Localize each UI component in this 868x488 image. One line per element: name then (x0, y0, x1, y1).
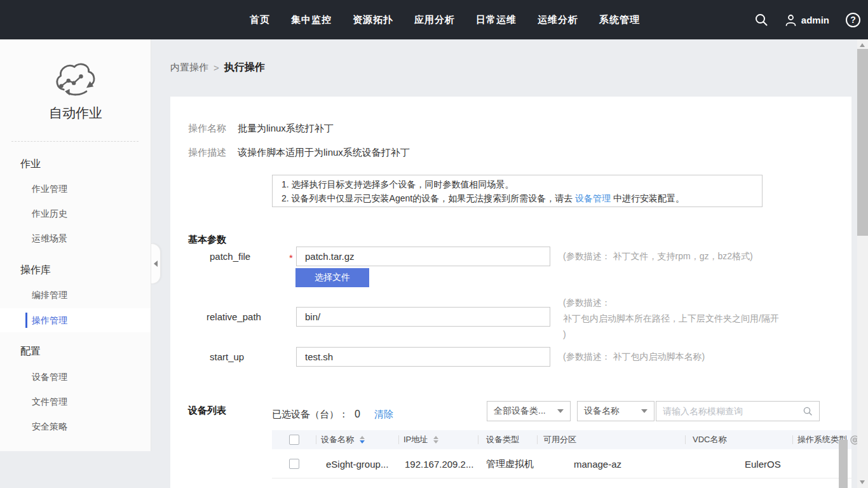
chevron-left-icon (154, 261, 158, 267)
sort-icon[interactable] (360, 436, 365, 444)
column-divider (316, 435, 316, 444)
operation-desc-row: 操作描述 该操作脚本适用于为linux系统设备打补丁 (188, 146, 410, 159)
row-checkbox[interactable] (289, 459, 299, 469)
notice-line-2-suffix: 中进行安装配置。 (611, 193, 684, 203)
navbar-right: admin ? (754, 0, 860, 39)
sidebar-item-ops-scenario[interactable]: 运维场景 (0, 229, 151, 247)
sidebar-item-job-management[interactable]: 作业管理 (0, 180, 151, 198)
header-label: 设备名称 (321, 434, 354, 445)
device-table: 设备名称 IP地址 设备类型 可用分区 VDC名称 (272, 430, 851, 478)
sidebar-item-orchestration-management[interactable]: 编排管理 (0, 286, 151, 304)
header-device-type: 设备类型 (486, 430, 519, 449)
device-table-header: 设备名称 IP地址 设备类型 可用分区 VDC名称 (272, 430, 851, 449)
breadcrumb-parent[interactable]: 内置操作 (170, 62, 208, 74)
choose-file-button[interactable]: 选择文件 (295, 268, 369, 287)
relative-path-input[interactable] (296, 307, 550, 327)
nav-item-app-analysis[interactable]: 应用分析 (414, 14, 455, 26)
sidebar-item-security-policy[interactable]: 安全策略 (0, 417, 151, 435)
content-card: 操作名称 批量为linux系统打补丁 操作描述 该操作脚本适用于为linux系统… (170, 97, 851, 488)
page-scrollbar[interactable] (857, 39, 868, 488)
operation-name-label: 操作名称 (188, 121, 226, 135)
page-scrollbar-thumb[interactable] (857, 49, 868, 236)
sidebar-section-operation-library: 操作库 (20, 261, 51, 279)
sidebar-section-configuration: 配置 (20, 342, 41, 360)
sort-icon[interactable] (433, 436, 438, 444)
device-search-input[interactable] (663, 406, 803, 416)
page-root: 首页 集中监控 资源拓扑 应用分析 日常运维 运维分析 系统管理 admin ? (0, 0, 868, 488)
nav-item-home[interactable]: 首页 (250, 14, 270, 26)
start-up-input[interactable] (296, 347, 550, 367)
notice-line-2-text: 2. 设备列表中仅显示已安装Agent的设备，如果无法搜索到所需设备，请去 (281, 193, 575, 203)
header-vdc-name: VDC名称 (693, 430, 726, 449)
header-label: IP地址 (403, 434, 428, 445)
header-os-type: 操作系统类型 (797, 430, 860, 449)
operation-name-row: 操作名称 批量为linux系统打补丁 (188, 121, 334, 135)
relative-path-label: relative_path (207, 307, 261, 327)
nav-item-ops-analysis[interactable]: 运维分析 (538, 14, 578, 26)
breadcrumb-separator: > (214, 62, 219, 73)
nav-item-topology[interactable]: 资源拓扑 (353, 14, 393, 26)
nav-item-system-mgmt[interactable]: 系统管理 (599, 14, 640, 26)
selected-devices-count: 0 (355, 409, 360, 420)
header-label: 可用分区 (543, 434, 576, 445)
breadcrumb: 内置操作 > 执行操作 (170, 61, 265, 74)
sidebar-divider (11, 141, 139, 142)
device-type-filter-dropdown[interactable]: 全部设备类... (487, 401, 571, 421)
selected-devices-row: 已选设备（台）： 0 清除 (272, 407, 393, 422)
sidebar-item-device-management[interactable]: 设备管理 (0, 368, 151, 386)
main-menu: 首页 集中监控 资源拓扑 应用分析 日常运维 运维分析 系统管理 (250, 0, 640, 39)
start-up-label: start_up (210, 347, 244, 367)
scroll-up-arrow-icon[interactable] (860, 43, 865, 47)
sidebar-item-file-management[interactable]: 文件管理 (0, 393, 151, 410)
scroll-down-arrow-icon[interactable] (860, 480, 865, 484)
sidebar-item-label: 操作管理 (32, 315, 67, 325)
nav-item-daily-ops[interactable]: 日常运维 (476, 14, 517, 26)
device-management-link[interactable]: 设备管理 (575, 193, 611, 203)
operation-desc-value: 该操作脚本适用于为linux系统设备打补丁 (238, 146, 410, 159)
user-menu[interactable]: admin (785, 14, 829, 26)
notice-line-1: 1. 选择执行目标支持选择多个设备，同时参数值相同场景。 (281, 177, 753, 191)
device-list-title: 设备列表 (188, 403, 226, 417)
column-divider (398, 435, 399, 444)
header-label: VDC名称 (693, 434, 726, 445)
device-type-filter-value: 全部设备类... (494, 405, 546, 417)
patch-file-hint: (参数描述： 补丁文件，支持rpm，gz，bz2格式) (563, 247, 850, 266)
table-scrollbar-thumb[interactable] (839, 440, 848, 488)
required-asterisk: * (287, 247, 295, 266)
sidebar-collapse-handle[interactable] (151, 243, 161, 284)
sidebar-item-operation-management[interactable]: 操作管理 (0, 308, 151, 332)
cell-device-type: 管理虚拟机 (486, 449, 534, 478)
row-select-cell (289, 449, 299, 478)
start-up-hint: (参数描述： 补丁包内启动脚本名称) (563, 347, 850, 367)
column-divider (537, 435, 538, 444)
sidebar-item-job-history[interactable]: 作业历史 (0, 205, 151, 222)
patch-file-input[interactable] (296, 247, 550, 266)
device-search-box (656, 401, 820, 421)
table-row[interactable]: eSight-group... 192.167.209.2... 管理虚拟机 m… (272, 449, 851, 478)
clear-selection-link[interactable]: 清除 (374, 409, 393, 421)
automation-icon (0, 60, 151, 102)
selected-devices-label: 已选设备（台）： (272, 409, 348, 421)
column-divider (685, 435, 686, 444)
nav-item-monitoring[interactable]: 集中监控 (291, 14, 332, 26)
search-icon[interactable] (803, 406, 813, 416)
patch-file-label: patch_file (210, 247, 250, 266)
help-icon[interactable]: ? (846, 13, 860, 27)
header-label: 设备类型 (486, 434, 519, 445)
top-navbar: 首页 集中监控 资源拓扑 应用分析 日常运维 运维分析 系统管理 admin ? (0, 0, 868, 39)
active-indicator-bar (25, 313, 27, 328)
column-divider (792, 435, 793, 444)
header-device-name[interactable]: 设备名称 (321, 430, 365, 449)
relative-path-hint: (参数描述： 补丁包内启动脚本所在路径，上下层文件夹之间用/隔开 ) (563, 295, 850, 342)
cell-device-name: eSight-group... (326, 449, 388, 478)
search-field-dropdown[interactable]: 设备名称 (577, 401, 654, 421)
select-all-checkbox[interactable] (289, 435, 299, 445)
cell-os-type: EulerOS (745, 449, 781, 478)
cell-availability-zone: manage-az (574, 449, 621, 478)
column-divider (478, 435, 478, 444)
user-icon (785, 14, 797, 26)
page-title: 执行操作 (224, 61, 265, 74)
username-label: admin (801, 15, 829, 25)
header-ip-address[interactable]: IP地址 (403, 430, 438, 449)
search-icon[interactable] (754, 13, 768, 27)
